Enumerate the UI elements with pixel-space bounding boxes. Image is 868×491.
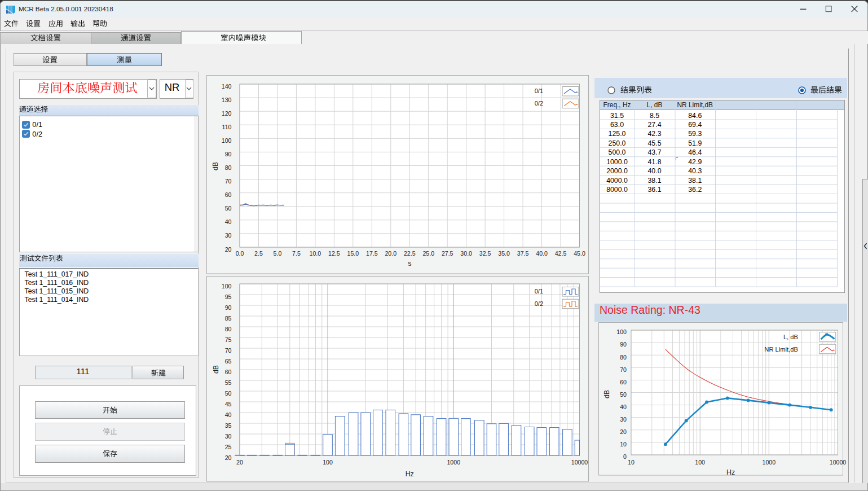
svg-text:7.5: 7.5 bbox=[292, 250, 301, 257]
svg-text:80: 80 bbox=[224, 326, 231, 332]
svg-text:Hz: Hz bbox=[405, 470, 413, 478]
svg-text:70: 70 bbox=[224, 178, 231, 185]
svg-text:90: 90 bbox=[224, 151, 231, 157]
svg-text:40.0: 40.0 bbox=[536, 250, 548, 257]
svg-text:80: 80 bbox=[224, 164, 231, 171]
svg-text:0.0: 0.0 bbox=[235, 250, 244, 257]
svg-text:42.5: 42.5 bbox=[554, 250, 566, 257]
svg-text:100: 100 bbox=[695, 459, 705, 466]
svg-text:10: 10 bbox=[620, 441, 627, 448]
svg-text:30.0: 30.0 bbox=[460, 250, 472, 257]
svg-text:NR Limit,dB: NR Limit,dB bbox=[764, 346, 798, 353]
svg-text:30: 30 bbox=[224, 232, 231, 239]
svg-text:s: s bbox=[408, 260, 411, 268]
svg-text:0/1: 0/1 bbox=[534, 288, 543, 295]
svg-text:10000: 10000 bbox=[571, 459, 588, 466]
svg-text:65: 65 bbox=[224, 358, 231, 365]
svg-text:1000: 1000 bbox=[762, 459, 776, 466]
svg-text:60: 60 bbox=[224, 369, 231, 375]
svg-text:90: 90 bbox=[224, 304, 231, 311]
svg-text:45.0: 45.0 bbox=[574, 250, 585, 257]
svg-text:22.5: 22.5 bbox=[403, 250, 415, 257]
svg-text:90: 90 bbox=[620, 341, 627, 348]
svg-text:100: 100 bbox=[323, 459, 333, 466]
svg-text:25: 25 bbox=[224, 444, 231, 450]
svg-text:20: 20 bbox=[224, 454, 231, 461]
svg-text:120: 120 bbox=[221, 110, 231, 117]
svg-text:60: 60 bbox=[620, 379, 627, 385]
svg-text:30: 30 bbox=[224, 433, 231, 440]
svg-text:45: 45 bbox=[224, 401, 231, 407]
svg-text:Hz: Hz bbox=[726, 468, 734, 476]
svg-text:30: 30 bbox=[620, 416, 627, 423]
svg-text:25.0: 25.0 bbox=[422, 250, 434, 257]
svg-text:32.5: 32.5 bbox=[479, 250, 491, 257]
svg-text:60: 60 bbox=[224, 191, 231, 198]
svg-text:40: 40 bbox=[224, 411, 231, 418]
svg-text:dB: dB bbox=[212, 162, 219, 170]
svg-text:40: 40 bbox=[224, 218, 231, 225]
svg-text:dB: dB bbox=[212, 365, 219, 374]
svg-text:37.5: 37.5 bbox=[517, 250, 528, 257]
svg-text:80: 80 bbox=[620, 354, 627, 361]
svg-text:10000: 10000 bbox=[829, 459, 846, 466]
svg-text:110: 110 bbox=[222, 124, 231, 130]
svg-text:12.5: 12.5 bbox=[328, 250, 340, 257]
svg-text:140: 140 bbox=[221, 83, 231, 90]
svg-text:27.5: 27.5 bbox=[441, 250, 453, 257]
svg-text:35.0: 35.0 bbox=[498, 250, 510, 257]
svg-text:17.5: 17.5 bbox=[365, 250, 377, 257]
svg-text:0/1: 0/1 bbox=[534, 87, 543, 94]
svg-text:100: 100 bbox=[221, 137, 231, 144]
svg-text:95: 95 bbox=[224, 293, 231, 300]
svg-text:70: 70 bbox=[224, 347, 231, 354]
svg-text:50: 50 bbox=[620, 391, 627, 398]
svg-text:20: 20 bbox=[224, 246, 231, 253]
svg-text:dB: dB bbox=[603, 390, 611, 398]
svg-text:85: 85 bbox=[224, 315, 231, 322]
svg-text:130: 130 bbox=[221, 97, 231, 103]
svg-text:L, dB: L, dB bbox=[783, 334, 797, 340]
svg-text:1000: 1000 bbox=[447, 459, 460, 466]
svg-text:50: 50 bbox=[224, 205, 231, 212]
svg-text:0/2: 0/2 bbox=[534, 100, 543, 107]
svg-text:0/2: 0/2 bbox=[534, 300, 543, 307]
svg-text:5.0: 5.0 bbox=[273, 250, 281, 257]
svg-text:2.5: 2.5 bbox=[254, 250, 263, 257]
svg-text:20: 20 bbox=[620, 428, 627, 435]
svg-text:70: 70 bbox=[620, 366, 627, 373]
svg-text:50: 50 bbox=[224, 390, 231, 397]
svg-text:55: 55 bbox=[224, 379, 231, 386]
svg-text:40: 40 bbox=[620, 404, 627, 410]
svg-text:20.0: 20.0 bbox=[385, 250, 396, 257]
svg-text:0: 0 bbox=[623, 453, 627, 460]
svg-text:10.0: 10.0 bbox=[309, 250, 321, 257]
svg-text:100: 100 bbox=[221, 283, 231, 290]
svg-text:20: 20 bbox=[236, 459, 243, 466]
svg-text:10: 10 bbox=[628, 459, 635, 466]
svg-text:15.0: 15.0 bbox=[347, 250, 359, 257]
svg-text:100: 100 bbox=[616, 328, 627, 335]
svg-text:75: 75 bbox=[224, 336, 231, 343]
svg-text:35: 35 bbox=[224, 422, 231, 429]
